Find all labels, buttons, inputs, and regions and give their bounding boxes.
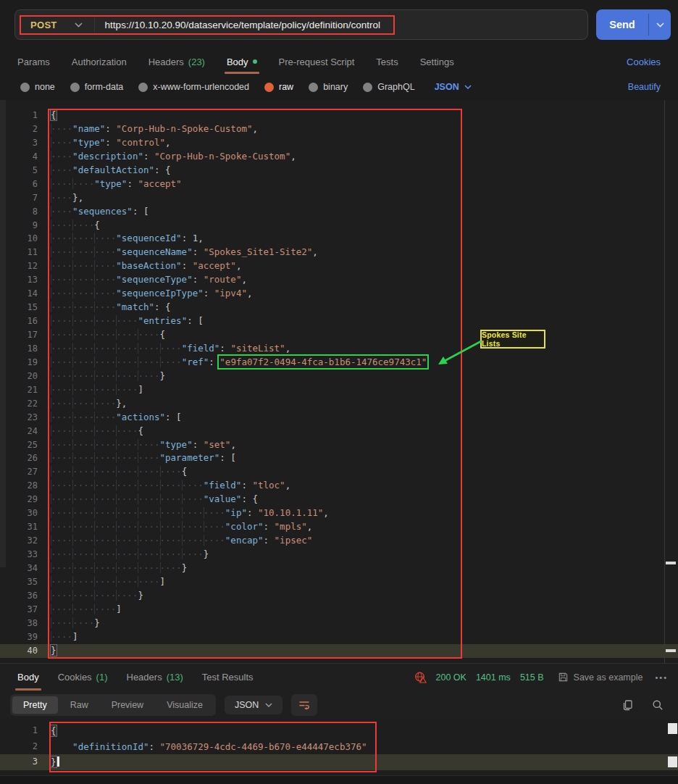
send-options-chevron-down-icon[interactable] bbox=[649, 9, 671, 40]
scrollbar-mark[interactable] bbox=[668, 723, 677, 734]
code-line-39[interactable]: 39····] bbox=[0, 630, 678, 644]
code-line-21[interactable]: 21················] bbox=[0, 383, 678, 397]
code-line-5[interactable]: 5····"defaultAction": { bbox=[0, 164, 678, 178]
code-line-26[interactable]: 26····················"parameter": [ bbox=[0, 451, 678, 465]
json-key: "sequenceIpType" bbox=[116, 288, 203, 299]
body-mode-x-www-form-urlencoded[interactable]: x-www-form-urlencoded bbox=[138, 82, 249, 92]
response-size[interactable]: 515 B bbox=[520, 672, 544, 683]
tab-params[interactable]: Params bbox=[17, 49, 50, 74]
code-line-10[interactable]: 10············"sequenceId": 1, bbox=[0, 232, 678, 246]
ssl-warning-globe-icon[interactable] bbox=[414, 671, 427, 683]
code-line-17[interactable]: 17····················{ bbox=[0, 328, 678, 342]
body-mode-graphql[interactable]: GraphQL bbox=[363, 82, 414, 92]
tab-headers[interactable]: Headers(23) bbox=[148, 49, 205, 74]
response-format-select[interactable]: JSON bbox=[225, 696, 282, 714]
code-line-28[interactable]: 28····························"field": "… bbox=[0, 479, 678, 493]
code-line-29[interactable]: 29····························"value": { bbox=[0, 493, 678, 506]
code-line-12[interactable]: 12············"baseAction": "accept", bbox=[0, 259, 678, 273]
body-format-select[interactable]: JSON bbox=[435, 82, 472, 92]
code-line-1[interactable]: 1{ bbox=[0, 109, 678, 122]
response-body-editor[interactable]: 1{2 "definitionId": "70036729-4cdc-4469-… bbox=[0, 719, 678, 775]
code-line-18[interactable]: 18························"field": "site… bbox=[0, 342, 678, 356]
cookies-link[interactable]: Cookies bbox=[627, 49, 661, 74]
code-line-33[interactable]: 33····························} bbox=[0, 548, 678, 562]
request-body-editor[interactable]: 1{2····"name": "Corp-Hub-n-Spoke-Custom"… bbox=[0, 100, 678, 663]
send-button[interactable]: Send bbox=[596, 9, 671, 40]
body-mode-form-data[interactable]: form-data bbox=[70, 82, 124, 92]
json-punctuation: : bbox=[105, 123, 116, 134]
body-mode-none[interactable]: none bbox=[20, 82, 55, 92]
response-tab-test-results[interactable]: Test Results bbox=[202, 664, 254, 691]
response-tab-cookies[interactable]: Cookies(1) bbox=[58, 664, 108, 691]
code-line-38[interactable]: 38········} bbox=[0, 617, 678, 630]
code-line-40[interactable]: 40} bbox=[0, 644, 678, 658]
mode-label: x-www-form-urlencoded bbox=[153, 82, 249, 92]
code-line-6[interactable]: 6········"type": "accept" bbox=[0, 178, 678, 191]
view-preview[interactable]: Preview bbox=[101, 696, 154, 714]
code-line-2[interactable]: 2····"name": "Corp-Hub-n-Spoke-Custom", bbox=[0, 122, 678, 136]
response-tab-headers[interactable]: Headers(13) bbox=[127, 664, 183, 691]
code-line-31[interactable]: 31································"color… bbox=[0, 520, 678, 534]
scrollbar-mark[interactable] bbox=[668, 756, 677, 767]
json-punctuation: }, bbox=[116, 398, 127, 409]
view-raw[interactable]: Raw bbox=[59, 696, 99, 714]
tab-body[interactable]: Body bbox=[227, 49, 257, 74]
code-line-8[interactable]: 8····"sequences": [ bbox=[0, 205, 678, 219]
method-selector[interactable]: POST bbox=[15, 20, 57, 30]
code-line-7[interactable]: 7····}, bbox=[0, 191, 678, 205]
code-line-20[interactable]: 20····················} bbox=[0, 370, 678, 383]
tab-authorization[interactable]: Authorization bbox=[72, 49, 127, 74]
view-pretty[interactable]: Pretty bbox=[12, 696, 58, 714]
tab-tests[interactable]: Tests bbox=[376, 49, 398, 74]
tab-settings[interactable]: Settings bbox=[420, 49, 454, 74]
copy-icon[interactable] bbox=[622, 699, 633, 711]
tab-pre-request-script[interactable]: Pre-request Script bbox=[279, 49, 355, 74]
save-as-example-button[interactable]: Save as example bbox=[558, 672, 643, 683]
code-content: ····················] bbox=[41, 575, 165, 589]
tab-label: Pre-request Script bbox=[279, 57, 355, 67]
json-key: "sequenceType" bbox=[116, 274, 192, 285]
code-line-19[interactable]: 19························"ref": "e9fa07… bbox=[0, 356, 678, 370]
chevron-down-icon[interactable] bbox=[75, 22, 83, 28]
line-number: 22 bbox=[0, 397, 41, 411]
code-line-4[interactable]: 4····"description": "Corp-Hub-n-Spoke-Cu… bbox=[0, 150, 678, 164]
status-code[interactable]: 200 OK bbox=[436, 672, 466, 683]
body-mode-raw[interactable]: raw bbox=[264, 82, 293, 92]
view-visualize[interactable]: Visualize bbox=[156, 696, 214, 714]
code-line-1[interactable]: 1{ bbox=[0, 723, 678, 739]
json-punctuation: : bbox=[182, 233, 193, 243]
code-line-25[interactable]: 25····················"type": "set", bbox=[0, 438, 678, 452]
code-line-9[interactable]: 9········{ bbox=[0, 219, 678, 233]
code-line-11[interactable]: 11············"sequenceName": "Spokes_Si… bbox=[0, 246, 678, 259]
code-line-27[interactable]: 27························{ bbox=[0, 465, 678, 479]
code-line-22[interactable]: 22············}, bbox=[0, 397, 678, 411]
tab-count-badge: (13) bbox=[167, 672, 183, 683]
url-input[interactable]: https://10.10.20.90/dataservice/template… bbox=[105, 20, 380, 30]
code-line-3[interactable]: 3} bbox=[0, 754, 678, 770]
code-content: ····"sequences": [ bbox=[41, 205, 148, 219]
wrap-text-button[interactable] bbox=[291, 694, 317, 716]
code-line-35[interactable]: 35····················] bbox=[0, 575, 678, 589]
more-options-icon[interactable]: ••• bbox=[655, 673, 668, 682]
code-line-24[interactable]: 24················{ bbox=[0, 425, 678, 438]
code-line-23[interactable]: 23············"actions": [ bbox=[0, 411, 678, 425]
code-line-3[interactable]: 3····"type": "control", bbox=[0, 136, 678, 150]
code-line-34[interactable]: 34························} bbox=[0, 562, 678, 575]
response-time[interactable]: 1401 ms bbox=[476, 672, 511, 683]
indent-whitespace: ···· bbox=[51, 631, 72, 642]
code-line-13[interactable]: 13············"sequenceType": "route", bbox=[0, 273, 678, 287]
json-punctuation: : bbox=[182, 260, 193, 271]
code-line-16[interactable]: 16················"entries": [ bbox=[0, 314, 678, 328]
code-line-14[interactable]: 14············"sequenceIpType": "ipv4", bbox=[0, 287, 678, 301]
code-line-32[interactable]: 32································"encap… bbox=[0, 534, 678, 548]
response-tab-body[interactable]: Body bbox=[17, 664, 39, 691]
search-icon[interactable] bbox=[652, 699, 664, 711]
code-line-2[interactable]: 2 "definitionId": "70036729-4cdc-4469-b6… bbox=[0, 739, 678, 755]
code-line-15[interactable]: 15············"match": { bbox=[0, 301, 678, 314]
json-punctuation: : bbox=[193, 274, 204, 285]
code-line-30[interactable]: 30································"ip": … bbox=[0, 506, 678, 520]
code-line-37[interactable]: 37············] bbox=[0, 603, 678, 617]
body-mode-binary[interactable]: binary bbox=[309, 82, 348, 92]
beautify-link[interactable]: Beautify bbox=[628, 82, 661, 92]
code-line-36[interactable]: 36················} bbox=[0, 589, 678, 603]
